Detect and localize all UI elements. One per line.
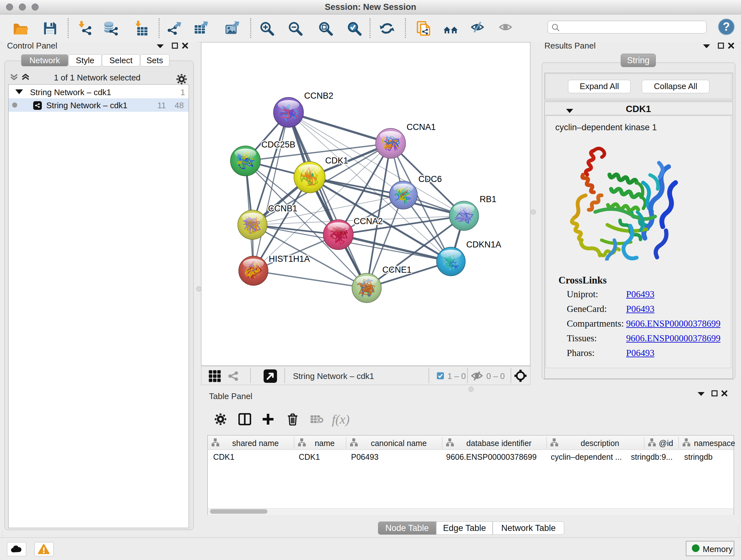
svg-text:CCNA1: CCNA1: [407, 122, 436, 132]
svg-text:CDC6: CDC6: [418, 174, 442, 184]
svg-text:CDK1: CDK1: [325, 156, 348, 165]
svg-text:CCNB2: CCNB2: [304, 91, 333, 101]
svg-text:CCNB1: CCNB1: [268, 204, 297, 213]
svg-text:?: ?: [723, 20, 730, 33]
svg-text:CDKN1A: CDKN1A: [466, 240, 501, 249]
svg-text:CCNA2: CCNA2: [354, 216, 383, 226]
svg-text:CDC25B: CDC25B: [261, 140, 295, 149]
svg-text:HIST1H1A: HIST1H1A: [269, 254, 310, 264]
svg-text:RB1: RB1: [480, 194, 496, 204]
svg-text:CCNE1: CCNE1: [382, 265, 412, 274]
